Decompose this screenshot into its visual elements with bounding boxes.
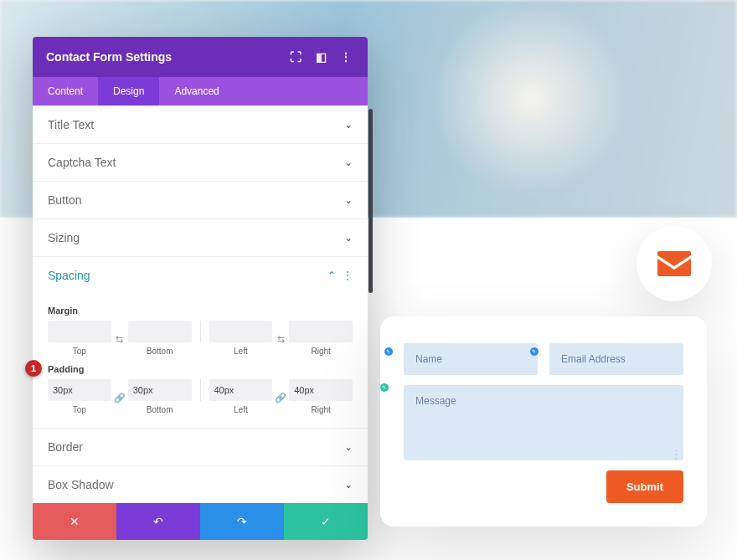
redo-icon: ↷ — [237, 515, 247, 528]
chevron-down-icon: ⌄ — [344, 194, 353, 206]
section-label: Button — [48, 193, 344, 207]
chevron-down-icon: ⌄ — [344, 157, 353, 168]
margin-bottom-label: Bottom — [147, 347, 173, 356]
spacing-controls: Margin Top ⇆ Bottom Left — [33, 294, 368, 428]
edit-dot-icon[interactable] — [384, 347, 393, 356]
padding-bottom-input[interactable] — [128, 379, 192, 401]
section-label: Sizing — [48, 231, 344, 244]
save-button[interactable]: ✓ — [284, 503, 368, 540]
chevron-down-icon: ⌄ — [344, 479, 353, 491]
callout-badge-1: 1 — [25, 360, 42, 377]
tab-advanced[interactable]: Advanced — [159, 77, 234, 105]
margin-left-label: Left — [234, 347, 248, 356]
modal-header: Contact Form Settings ⛶ ◧ ⋮ — [33, 37, 368, 77]
section-captcha-text[interactable]: Captcha Text ⌄ — [33, 143, 368, 181]
link-icon[interactable]: 🔗 — [111, 390, 128, 403]
chevron-up-icon: ⌃ — [327, 270, 336, 281]
kebab-menu-icon[interactable]: ⋮ — [338, 49, 354, 65]
padding-right-label: Right — [311, 405, 330, 414]
section-label: Box Shadow — [48, 478, 344, 491]
layout-icon[interactable]: ◧ — [312, 49, 329, 65]
settings-modal: Contact Form Settings ⛶ ◧ ⋮ Content Desi… — [33, 37, 368, 540]
section-sizing[interactable]: Sizing ⌄ — [33, 218, 368, 256]
section-border[interactable]: Border ⌄ — [33, 428, 368, 465]
mail-icon-circle — [636, 226, 712, 301]
undo-button[interactable]: ↶ — [116, 503, 200, 540]
margin-title: Margin — [48, 306, 353, 316]
padding-top-input[interactable] — [48, 379, 111, 401]
padding-group: Padding Top 🔗 Bottom Left — [48, 364, 353, 414]
panel-body: Title Text ⌄ Captcha Text ⌄ Button ⌄ Siz… — [33, 105, 368, 503]
resize-handle-icon[interactable]: ⋰ — [670, 448, 683, 460]
chevron-down-icon: ⌄ — [344, 119, 353, 131]
modal-title: Contact Form Settings — [46, 50, 279, 64]
chevron-down-icon: ⌄ — [344, 441, 353, 453]
message-placeholder: Message — [415, 395, 456, 407]
modal-footer: ✕ ↶ ↷ ✓ — [33, 503, 368, 540]
undo-icon: ↶ — [153, 515, 163, 528]
message-field[interactable]: Message ⋰ — [404, 385, 683, 460]
section-spacing[interactable]: Spacing ⌃ ⋮ — [33, 256, 368, 294]
padding-right-input[interactable] — [289, 379, 353, 401]
tab-design[interactable]: Design — [98, 77, 159, 105]
section-options-icon[interactable]: ⋮ — [343, 270, 353, 281]
padding-left-label: Left — [234, 405, 248, 414]
margin-top-input[interactable] — [48, 321, 111, 342]
contact-form-card: Name Email Address Message ⋰ Submit — [380, 316, 707, 527]
link-icon[interactable]: ⇆ — [272, 331, 289, 345]
background-scrollbar[interactable] — [368, 109, 373, 293]
submit-button[interactable]: Submit — [606, 470, 683, 503]
redo-button[interactable]: ↷ — [200, 503, 284, 540]
tab-content[interactable]: Content — [33, 77, 98, 105]
email-placeholder: Email Address — [561, 353, 626, 365]
section-button[interactable]: Button ⌄ — [33, 181, 368, 218]
tab-bar: Content Design Advanced — [33, 77, 368, 105]
cancel-button[interactable]: ✕ — [33, 503, 116, 540]
expand-icon[interactable]: ⛶ — [287, 49, 304, 65]
section-label: Border — [48, 440, 344, 454]
margin-group: Margin Top ⇆ Bottom Left — [48, 306, 353, 356]
margin-right-label: Right — [311, 347, 330, 356]
section-box-shadow[interactable]: Box Shadow ⌄ — [33, 465, 368, 503]
padding-bottom-label: Bottom — [147, 405, 173, 414]
margin-right-input[interactable] — [289, 321, 353, 342]
margin-bottom-input[interactable] — [128, 321, 192, 342]
divider — [200, 379, 201, 401]
margin-left-input[interactable] — [209, 321, 273, 342]
section-title-text[interactable]: Title Text ⌄ — [33, 105, 368, 143]
divider — [200, 321, 201, 342]
link-icon[interactable]: ⇆ — [111, 331, 128, 345]
name-field[interactable]: Name — [404, 343, 538, 375]
name-placeholder: Name — [415, 353, 442, 365]
chevron-down-icon: ⌄ — [344, 232, 353, 244]
margin-top-label: Top — [73, 347, 86, 356]
padding-title: Padding — [48, 364, 353, 374]
edit-dot-icon[interactable] — [380, 383, 389, 392]
check-icon: ✓ — [321, 515, 331, 528]
section-label: Title Text — [48, 118, 344, 131]
padding-left-input[interactable] — [209, 379, 273, 401]
email-field[interactable]: Email Address — [549, 343, 683, 375]
section-label: Captcha Text — [48, 156, 344, 169]
padding-top-label: Top — [73, 405, 86, 414]
link-icon[interactable]: 🔗 — [272, 390, 289, 403]
edit-dot-icon[interactable] — [530, 347, 539, 356]
close-icon: ✕ — [70, 515, 80, 528]
mail-icon — [657, 251, 691, 276]
section-label: Spacing — [48, 269, 327, 282]
